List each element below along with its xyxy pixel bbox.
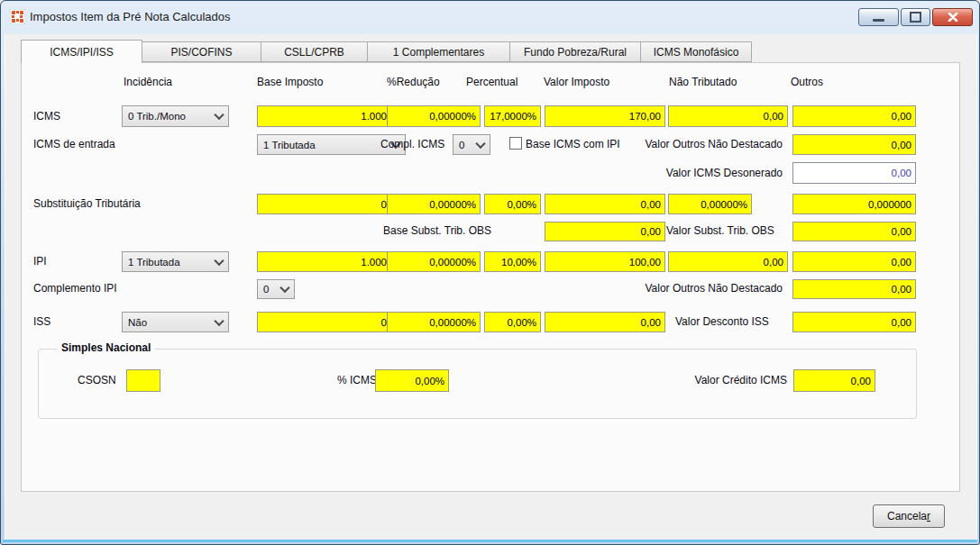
iss-valor-field[interactable]: 0,00 [545, 312, 665, 332]
icms-percentual-field[interactable]: 17,0000% [484, 105, 541, 127]
tab-fundo-pobreza-rural[interactable]: Fundo Pobreza/Rural [510, 41, 641, 62]
valor-desconto-iss-field[interactable]: 0,00 [792, 312, 916, 332]
subst-outros-field[interactable]: 0,000000 [792, 194, 916, 214]
column-header-incidencia: Incidência [124, 76, 172, 88]
column-header-reducao: %Redução [387, 76, 440, 88]
complemento-ipi-value: 0 [263, 284, 269, 295]
column-header-base-imposto: Base Imposto [257, 76, 323, 88]
base-subst-obs-field[interactable]: 0,00 [545, 222, 665, 241]
ipi-outros-field[interactable]: 0,00 [792, 251, 916, 272]
icms-entrada-label: ICMS de entrada [33, 138, 115, 150]
ipi-nao-tributado-field[interactable]: 0,00 [668, 251, 788, 272]
close-button[interactable] [932, 8, 973, 26]
substituicao-label: Substituição Tributária [33, 197, 141, 210]
ipi-valor-field[interactable]: 100,00 [545, 251, 665, 272]
tab-icms-ipi-iss[interactable]: ICMS/IPI/ISS [21, 40, 142, 63]
tab-complementares[interactable]: 1 Complementares [368, 41, 510, 62]
icms-base-field[interactable]: 1.000,00 [257, 105, 406, 127]
compl-icms-value: 0 [459, 140, 464, 150]
ipi-valor-outros-nao-destacado-label: Valor Outros Não Destacado [595, 282, 783, 295]
ipi-valor-outros-nao-destacado-field[interactable]: 0,00 [792, 279, 916, 299]
base-icms-com-ipi-checkbox[interactable] [509, 137, 522, 150]
titlebar[interactable]: Impostos Item da Pré Nota Calculados [1, 1, 979, 34]
simples-nacional-title: Simples Nacional [57, 341, 155, 354]
chevron-down-icon [214, 315, 224, 325]
column-header-percentual: Percentual [466, 76, 517, 88]
valor-icms-desonerado-field[interactable]: 0,00 [792, 162, 916, 184]
icms-outros-field[interactable]: 0,00 [792, 105, 916, 127]
iss-reducao-field[interactable]: 0,00000% [387, 312, 481, 332]
chevron-down-icon [475, 138, 485, 148]
csosn-label: CSOSN [78, 374, 116, 386]
valor-desconto-iss-label: Valor Desconto ISS [675, 315, 769, 328]
restore-icon [910, 12, 921, 23]
icms-nao-tributado-field[interactable]: 0,00 [668, 105, 788, 127]
valor-icms-desonerado-label: Valor ICMS Desonerado [595, 167, 783, 179]
app-grid-icon [10, 9, 25, 24]
cancel-button[interactable]: Cancelar [873, 504, 945, 528]
ipi-incidencia-value: 1 Tributada [128, 257, 180, 268]
ipi-percentual-field[interactable]: 10,00% [484, 251, 541, 272]
tab-label: ICMS/IPI/ISS [50, 46, 114, 59]
tab-icms-monofasico[interactable]: ICMS Monofásico [641, 41, 752, 62]
cancel-button-label: Cancelar [887, 510, 930, 522]
iss-label: ISS [33, 315, 50, 328]
valor-outros-nao-destacado-label: Valor Outros Não Destacado [595, 138, 783, 150]
iss-percentual-field[interactable]: 0,00% [484, 312, 541, 332]
chevron-down-icon [214, 255, 224, 265]
perc-icms-field[interactable]: 0,00% [375, 369, 449, 392]
minimize-icon [873, 19, 884, 22]
valor-credito-icms-field[interactable]: 0,00 [793, 369, 875, 392]
tab-label: 1 Complementares [393, 46, 484, 59]
subst-reducao-field[interactable]: 0,00000% [387, 194, 481, 214]
iss-incidencia-select[interactable]: Não [122, 312, 229, 332]
column-header-nao-tributado: Não Tributado [669, 76, 737, 88]
icms-reducao-field[interactable]: 0,00000% [387, 105, 481, 127]
complemento-ipi-select[interactable]: 0 [257, 279, 295, 299]
tabpage-icms-ipi-iss: Incidência Base Imposto %Redução Percent… [21, 62, 960, 492]
compl-icms-label: Compl. ICMS [380, 138, 444, 150]
column-header-outros: Outros [791, 76, 823, 88]
valor-subst-obs-field[interactable]: 0,00 [792, 222, 916, 241]
icms-incidencia-select[interactable]: 0 Trib./Mono [122, 105, 229, 127]
icms-entrada-incidencia-value: 1 Tributada [263, 140, 316, 150]
restore-button[interactable] [901, 8, 930, 26]
csosn-field[interactable] [126, 369, 160, 392]
chevron-down-icon [214, 110, 224, 120]
icms-valor-field[interactable]: 170,00 [545, 105, 665, 127]
minimize-button[interactable] [858, 8, 899, 26]
ipi-base-field[interactable]: 1.000,00 [257, 251, 406, 272]
window-bottom-accent [3, 540, 977, 542]
compl-icms-select[interactable]: 0 [453, 134, 490, 155]
window-title: Impostos Item da Pré Nota Calculados [30, 10, 231, 23]
iss-base-field[interactable]: 0,00 [257, 312, 406, 332]
column-header-valor-imposto: Valor Imposto [544, 76, 609, 88]
complemento-ipi-label: Complemento IPI [33, 282, 117, 295]
tab-label: Fundo Pobreza/Rural [524, 46, 627, 59]
subst-base-field[interactable]: 0,00 [257, 194, 406, 214]
base-subst-obs-label: Base Subst. Trib. OBS [383, 224, 491, 237]
valor-credito-icms-label: Valor Crédito ICMS [580, 374, 787, 386]
subst-valor-field[interactable]: 0,00 [545, 194, 665, 214]
tab-label: PIS/COFINS [170, 46, 232, 59]
dialog-window: Impostos Item da Pré Nota Calculados ICM… [0, 0, 980, 545]
tab-label: ICMS Monofásico [654, 46, 739, 59]
icms-incidencia-value: 0 Trib./Mono [128, 111, 186, 122]
ipi-incidencia-select[interactable]: 1 Tributada [122, 251, 229, 272]
chevron-down-icon [279, 283, 289, 293]
icms-entrada-outros-field[interactable]: 0,00 [792, 134, 916, 155]
simples-nacional-group: Simples Nacional CSOSN % ICMS 0,00% Valo… [38, 349, 917, 419]
tab-csll-cprb[interactable]: CSLL/CPRB [261, 41, 368, 62]
valor-subst-obs-label: Valor Subst. Trib. OBS [666, 224, 774, 237]
perc-icms-label: % ICMS [300, 374, 377, 386]
icms-label: ICMS [33, 110, 60, 123]
ipi-label: IPI [33, 255, 47, 268]
iss-incidencia-value: Não [128, 317, 147, 328]
subst-percentual-field[interactable]: 0,00% [484, 194, 541, 214]
subst-nao-tributado-field[interactable]: 0,00000% [668, 194, 752, 214]
tab-label: CSLL/CPRB [284, 46, 344, 59]
close-icon [948, 13, 958, 22]
tab-pis-cofins[interactable]: PIS/COFINS [142, 41, 261, 62]
ipi-reducao-field[interactable]: 0,00000% [387, 251, 481, 272]
